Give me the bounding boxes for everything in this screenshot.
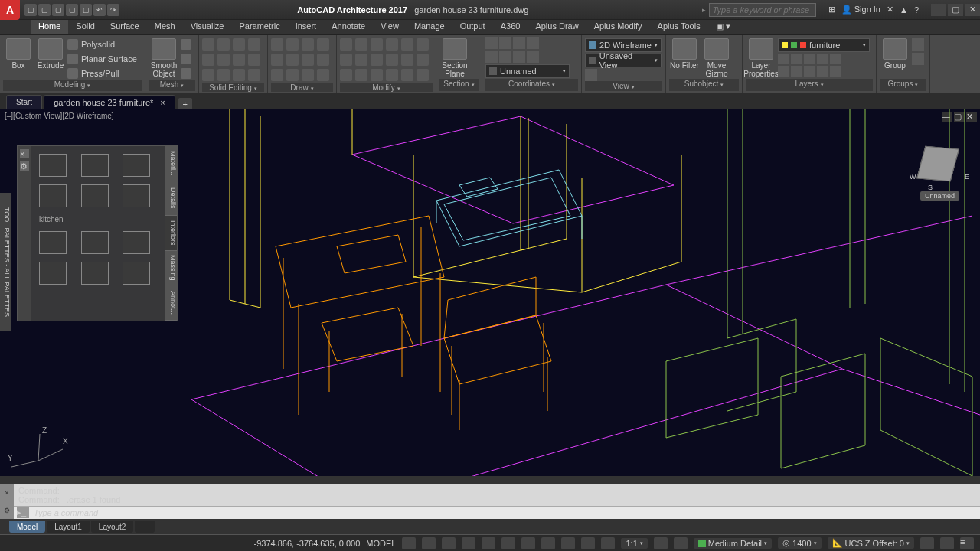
- layer-tool-4[interactable]: [817, 54, 828, 64]
- mesh-tool-2[interactable]: [181, 53, 191, 65]
- tab-mesh[interactable]: Mesh: [147, 20, 183, 34]
- intersect-icon[interactable]: [233, 38, 245, 51]
- m-5[interactable]: [401, 38, 413, 51]
- planar-surface-button[interactable]: Planar Surface: [67, 53, 137, 65]
- palette-item[interactable]: [39, 184, 67, 207]
- ucs-icon-8[interactable]: [527, 51, 539, 63]
- sb-plus-icon[interactable]: [674, 537, 688, 549]
- palette-item[interactable]: [39, 262, 67, 285]
- ucs-combo[interactable]: Unnamed: [485, 64, 570, 78]
- d-8[interactable]: [317, 54, 329, 66]
- minimize-button[interactable]: —: [931, 4, 946, 16]
- extrude-button[interactable]: Extrude: [35, 37, 66, 70]
- panel-groups-title[interactable]: Groups: [880, 79, 926, 91]
- union-icon[interactable]: [202, 38, 214, 51]
- fillet-icon[interactable]: [371, 54, 383, 66]
- tab-output[interactable]: Output: [452, 20, 493, 34]
- polysolid-button[interactable]: Polysolid: [67, 38, 137, 51]
- se-9[interactable]: [202, 69, 214, 81]
- circle-icon[interactable]: [302, 38, 314, 51]
- m-16[interactable]: [386, 69, 398, 81]
- sb-end-1[interactable]: [920, 537, 934, 549]
- ucs-icon-2[interactable]: [499, 37, 511, 49]
- plot-icon[interactable]: ▢: [80, 4, 92, 16]
- palette-tab-materials[interactable]: Materi...: [165, 146, 177, 181]
- grid-icon[interactable]: [402, 537, 416, 549]
- se-8[interactable]: [248, 54, 260, 66]
- view-icon[interactable]: [585, 69, 597, 81]
- undo-icon[interactable]: ↶: [93, 4, 106, 16]
- se-10[interactable]: [217, 69, 230, 81]
- line-icon[interactable]: [271, 38, 283, 51]
- d-6[interactable]: [286, 54, 299, 66]
- close-button[interactable]: ✕: [965, 4, 980, 16]
- tool-palettes-bar[interactable]: TOOL PALETTES - ALL PALETTES: [0, 193, 11, 331]
- layer-tool-7[interactable]: [791, 66, 802, 77]
- nofilter-button[interactable]: No Filter: [669, 37, 700, 70]
- se-11[interactable]: [233, 69, 245, 81]
- search-input[interactable]: [709, 3, 816, 17]
- smooth-object-button[interactable]: Smooth Object: [149, 37, 179, 78]
- mesh-tool-1[interactable]: [181, 38, 191, 51]
- ucs-offset[interactable]: 📐 UCS Z Offset: 0: [828, 537, 914, 549]
- viewport[interactable]: [–][Custom View][2D Wireframe] — ▢ ✕: [0, 109, 980, 476]
- redo-icon[interactable]: ↷: [107, 4, 119, 16]
- customize-icon[interactable]: ≡: [960, 537, 974, 549]
- sb-8[interactable]: [541, 537, 555, 549]
- m-6[interactable]: [416, 38, 429, 51]
- move-gizmo-button[interactable]: Move Gizmo: [701, 37, 732, 78]
- sb-end-2[interactable]: [940, 537, 954, 549]
- new-icon[interactable]: ▢: [24, 4, 37, 16]
- tab-close-icon[interactable]: ×: [160, 98, 165, 107]
- tab-insert[interactable]: Insert: [288, 20, 325, 34]
- palette-item[interactable]: [81, 184, 109, 207]
- palette-props-icon[interactable]: ⚙: [20, 161, 29, 171]
- palette-tab-interiors[interactable]: Interiors: [165, 216, 177, 251]
- layer-tool-2[interactable]: [791, 54, 802, 64]
- tab-home[interactable]: Home: [31, 20, 68, 34]
- m-18[interactable]: [416, 69, 429, 81]
- cmd-handle-icon[interactable]: ⚙: [0, 502, 14, 520]
- d-12[interactable]: [317, 69, 329, 81]
- section-plane-button[interactable]: Section Plane: [439, 37, 470, 78]
- panel-modeling-title[interactable]: Modeling: [3, 80, 142, 91]
- saved-view-combo[interactable]: Unsaved View: [585, 54, 662, 67]
- d-5[interactable]: [271, 54, 283, 66]
- tab-aplus-modify[interactable]: Aplus Modify: [586, 20, 650, 34]
- rotate-icon[interactable]: [355, 38, 368, 51]
- subtract-icon[interactable]: [217, 38, 230, 51]
- tab-layout2[interactable]: Layout2: [91, 521, 134, 533]
- se-5[interactable]: [202, 54, 214, 66]
- layer-tool-8[interactable]: [804, 66, 815, 77]
- arc-icon[interactable]: [317, 38, 329, 51]
- cmd-close-icon[interactable]: ×: [0, 484, 14, 502]
- m-4[interactable]: [386, 38, 398, 51]
- m-10[interactable]: [386, 54, 398, 66]
- panel-solidedit-title[interactable]: Solid Editing: [202, 83, 264, 92]
- ucs-icon-3[interactable]: [513, 37, 525, 49]
- tab-file[interactable]: garden house 23 furniture* ×: [44, 95, 175, 110]
- panel-modify-title[interactable]: Modify: [340, 83, 433, 92]
- panel-mesh-title[interactable]: Mesh: [149, 80, 195, 91]
- scale-icon[interactable]: [355, 69, 368, 81]
- open-icon[interactable]: ▢: [38, 4, 51, 16]
- ucs-icon-4[interactable]: [527, 37, 539, 49]
- elevation-combo[interactable]: ◎ 1400: [778, 537, 821, 549]
- sb-7[interactable]: [521, 537, 535, 549]
- panel-subobj-title[interactable]: Subobject: [669, 79, 739, 91]
- mirror-icon[interactable]: [355, 54, 368, 66]
- copy-icon[interactable]: [340, 54, 352, 66]
- ucs-icon-6[interactable]: [499, 51, 511, 63]
- se-6[interactable]: [217, 54, 230, 66]
- group-tool-2[interactable]: [912, 53, 924, 65]
- sb-9[interactable]: [561, 537, 575, 549]
- palette-tab-massing[interactable]: Massing: [165, 251, 177, 286]
- tab-parametric[interactable]: Parametric: [231, 20, 287, 34]
- tab-visualize[interactable]: Visualize: [183, 20, 232, 34]
- panel-coords-title[interactable]: Coordinates: [485, 79, 578, 91]
- layer-combo[interactable]: furniture: [778, 38, 870, 52]
- se-7[interactable]: [233, 54, 245, 66]
- ucs-icon-1[interactable]: [485, 37, 498, 49]
- maximize-button[interactable]: ▢: [948, 4, 963, 16]
- infocenter-icon[interactable]: ⊞: [828, 5, 835, 15]
